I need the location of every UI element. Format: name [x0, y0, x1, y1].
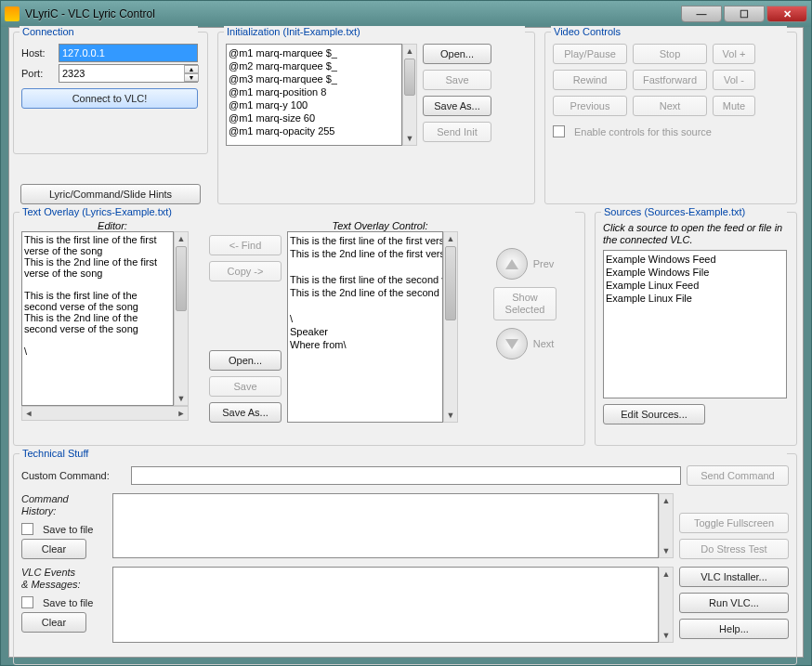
overlay-group: Text Overlay (Lyrics-Example.txt) Editor…: [13, 212, 585, 446]
enable-controls-label: Enable controls for this source: [574, 126, 712, 137]
connection-group: Connection Host: Port: ▲ ▼ Connect to VL…: [13, 32, 208, 154]
copy-button[interactable]: Copy ->: [209, 261, 282, 281]
host-input[interactable]: [59, 44, 198, 62]
init-saveas-button[interactable]: Save As...: [423, 96, 491, 116]
rewind-button[interactable]: Rewind: [553, 70, 627, 90]
sources-listbox[interactable]: Example Windows Feed Example Windows Fil…: [603, 250, 787, 398]
titlebar[interactable]: VLyriC - VLC Lyric Control — ☐ ✕: [1, 1, 811, 27]
show-selected-button[interactable]: Show Selected: [493, 287, 557, 320]
history-vscroll[interactable]: ▲▼: [659, 493, 674, 558]
client-area: Connection Host: Port: ▲ ▼ Connect to VL…: [8, 27, 804, 658]
sources-legend: Sources (Sources-Example.txt): [601, 206, 787, 217]
next-button[interactable]: Next: [633, 96, 707, 116]
port-spin-down[interactable]: ▼: [184, 73, 199, 82]
window-frame: VLyriC - VLC Lyric Control — ☐ ✕ Connect…: [0, 0, 812, 666]
init-listbox[interactable]: @m1 marq-marquee $_ @m2 marq-marquee $_ …: [226, 44, 402, 146]
history-label: Command History:: [21, 493, 107, 517]
hints-button[interactable]: Lyric/Command/Slide Hints: [20, 184, 201, 204]
init-sendinit-button[interactable]: Send Init: [423, 122, 491, 142]
control-listbox[interactable]: This is the first line of the first vers…: [287, 231, 443, 423]
init-group: Initialization (Init-Example.txt) @m1 ma…: [217, 32, 535, 204]
port-spin-up[interactable]: ▲: [184, 65, 199, 73]
next-round-button[interactable]: [496, 328, 528, 359]
port-label: Port:: [21, 68, 53, 79]
history-listbox[interactable]: [112, 493, 659, 558]
previous-button[interactable]: Previous: [553, 96, 627, 116]
custom-command-label: Custom Command:: [21, 470, 125, 481]
history-save-checkbox[interactable]: [21, 523, 33, 535]
init-open-button[interactable]: Open...: [423, 44, 491, 64]
stress-test-button[interactable]: Do Stress Test: [679, 539, 789, 559]
port-input[interactable]: [59, 64, 198, 83]
control-label: Text Overlay Control:: [287, 220, 473, 231]
host-label: Host:: [21, 47, 53, 59]
tech-legend: Technical Stuff: [20, 448, 787, 459]
editor-textarea[interactable]: This is the first line of the first vers…: [21, 231, 174, 406]
stop-button[interactable]: Stop: [633, 44, 707, 64]
custom-command-input[interactable]: [131, 466, 681, 485]
events-save-label: Save to file: [43, 597, 93, 608]
overlay-legend: Text Overlay (Lyrics-Example.txt): [20, 206, 575, 217]
overlay-save-button[interactable]: Save: [209, 376, 282, 397]
events-vscroll[interactable]: ▲▼: [659, 567, 674, 643]
run-vlc-button[interactable]: Run VLC...: [679, 593, 789, 613]
history-clear-button[interactable]: Clear: [21, 539, 86, 559]
toggle-fullscreen-button[interactable]: Toggle Fullscreen: [679, 513, 789, 533]
sources-hint: Click a source to open the feed or file …: [603, 222, 789, 246]
connect-button[interactable]: Connect to VLC!: [21, 88, 198, 109]
voldown-button[interactable]: Vol -: [713, 70, 755, 90]
video-group: Video Controls Play/Pause Stop Vol + Rew…: [544, 32, 797, 204]
app-icon: [5, 7, 20, 21]
help-button[interactable]: Help...: [679, 619, 789, 639]
fastforward-button[interactable]: Fastforward: [633, 70, 707, 90]
sources-group: Sources (Sources-Example.txt) Click a so…: [595, 212, 797, 446]
volup-button[interactable]: Vol +: [713, 44, 755, 64]
editor-vscroll[interactable]: ▲ ▼: [174, 231, 189, 406]
prev-round-button[interactable]: [496, 248, 528, 280]
events-save-checkbox[interactable]: [21, 596, 33, 608]
control-vscroll[interactable]: ▲ ▼: [443, 231, 458, 423]
overlay-saveas-button[interactable]: Save As...: [209, 402, 282, 423]
video-legend: Video Controls: [551, 26, 787, 37]
window-title: VLyriC - VLC Lyric Control: [25, 7, 681, 20]
connection-legend: Connection: [20, 26, 198, 37]
tech-group: Technical Stuff Custom Command: Send Com…: [13, 453, 797, 665]
next-label: Next: [533, 338, 555, 349]
enable-controls-checkbox[interactable]: [553, 125, 565, 137]
find-button[interactable]: <- Find: [209, 235, 282, 255]
playpause-button[interactable]: Play/Pause: [553, 44, 627, 64]
events-clear-button[interactable]: Clear: [21, 612, 86, 633]
events-label: VLC Events & Messages:: [21, 567, 107, 591]
maximize-button[interactable]: ☐: [724, 6, 765, 22]
init-legend: Initialization (Init-Example.txt): [224, 26, 525, 37]
minimize-button[interactable]: —: [681, 6, 722, 22]
close-button[interactable]: ✕: [766, 6, 807, 22]
mute-button[interactable]: Mute: [713, 96, 755, 116]
send-command-button[interactable]: Send Command: [687, 465, 789, 486]
editor-hscroll[interactable]: ◄►: [21, 406, 189, 421]
init-save-button[interactable]: Save: [423, 70, 491, 90]
vlc-installer-button[interactable]: VLC Installer...: [679, 567, 789, 587]
editor-label: Editor:: [21, 220, 203, 231]
history-save-label: Save to file: [43, 524, 93, 535]
init-scrollbar[interactable]: ▲ ▼: [402, 44, 417, 146]
prev-label: Prev: [533, 258, 555, 269]
overlay-open-button[interactable]: Open...: [209, 350, 282, 371]
events-listbox[interactable]: [112, 567, 659, 643]
edit-sources-button[interactable]: Edit Sources...: [603, 404, 705, 424]
